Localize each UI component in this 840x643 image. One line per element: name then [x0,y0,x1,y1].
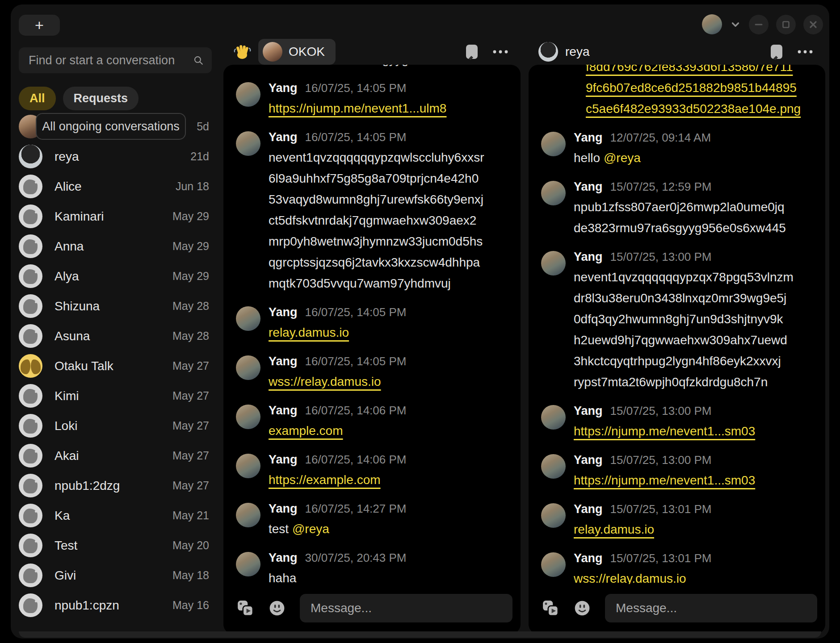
conversation-row[interactable]: Otaku Talk May 27 [19,351,215,381]
conversation-date: May 29 [172,240,215,253]
conversation-avatar [19,264,42,288]
message-author-avatar[interactable] [236,503,260,527]
conversation-avatar [19,175,42,198]
new-conversation-button[interactable]: + [19,15,60,36]
conversation-row[interactable]: Alya May 29 [19,261,215,291]
message-author: Yang [269,305,298,319]
message-author-avatar[interactable] [236,306,260,331]
chat-message: Yang 16/07/25, 14:05 PM nevent1qvzqqqqqq… [236,130,511,294]
message-scroll-area[interactable]: de3823rmu97ra6sgyyg956e0s6xw445 Yang 16/… [223,65,521,584]
message-link[interactable]: wss://relay.damus.io [269,375,381,388]
message-author-avatar[interactable] [236,454,260,478]
message-link[interactable]: https://njump.me/nevent1...ulm8 [269,101,446,115]
conversation-row[interactable]: reya 21d [19,142,215,171]
conversation-row[interactable]: Loki May 27 [19,411,215,441]
message-author-avatar[interactable] [236,355,260,380]
chat-message: Yang 16/07/25, 14:05 PM wss://relay.damu… [236,355,511,392]
conversation-row[interactable]: Kaminari May 29 [19,201,215,231]
conversation-row[interactable]: Akai May 27 [19,441,215,471]
message-link[interactable]: f8dd769c762fe83393d6f13586/7e711 9fc6b07… [586,65,801,116]
message-input[interactable] [300,594,512,622]
message-author: Yang [574,250,603,264]
message-author-avatar[interactable] [541,132,566,156]
message-author-avatar[interactable] [541,552,566,577]
message-author-avatar[interactable] [236,82,260,107]
conversation-avatar [19,504,42,527]
conversation-list[interactable]: 5d reya 21d Alice Jun 18 Kaminari May 29… [19,112,215,620]
emoji-button[interactable] [574,600,591,617]
message-author: Yang [269,551,298,565]
conversation-row[interactable]: Test May 20 [19,530,215,560]
message-author-avatar[interactable] [541,251,566,276]
message-author-avatar[interactable] [541,181,566,205]
message-link[interactable]: example.com [269,424,343,438]
current-user-avatar[interactable] [702,14,722,34]
conversation-row[interactable]: Alice Jun 18 [19,171,215,201]
notes-button[interactable] [768,42,785,62]
chevron-down-icon[interactable] [730,19,741,30]
conversation-name: Kimi [55,389,172,403]
message-link[interactable]: wss://relay.damus.io [574,572,686,584]
message-content: haha [269,568,511,584]
search-input[interactable] [19,54,193,67]
message-link[interactable]: https://njump.me/nevent1...sm03 [574,473,755,487]
conversation-name: Givi [55,568,172,583]
maximize-icon [781,20,791,29]
mention-link[interactable]: @reya [292,522,329,536]
app-window: + All Requests [11,4,829,639]
conversation-avatar [19,354,42,378]
chat-message: Yang 15/07/25, 13:00 PM https://njump.me… [541,453,815,491]
tab-requests[interactable]: Requests [63,87,139,110]
conversation-avatar [19,414,42,438]
conversation-row[interactable]: Shizuna May 28 [19,291,215,321]
notes-button[interactable] [463,42,480,62]
minimize-button[interactable] [749,15,769,34]
more-options-button[interactable] [795,47,815,56]
message-text: nevent1qvzqqqqqqypzqx78pgq53vlnzm dr8l3u… [574,270,794,389]
composer [542,594,817,622]
message-link[interactable]: https://example.com [269,473,381,487]
message-author-avatar[interactable] [236,405,260,429]
conversation-row[interactable]: npub1:cpzn May 16 [19,590,215,620]
message-author: Yang [269,404,298,418]
message-link[interactable]: https://njump.me/nevent1...sm03 [574,424,755,438]
chat-header-reya: reya [529,39,825,65]
conversation-date: May 18 [172,569,215,582]
note-pad-icon [770,44,783,60]
emoji-button[interactable] [269,600,286,617]
message-author-avatar[interactable] [236,552,260,576]
conversation-row[interactable]: npub1:2dzg May 27 [19,471,215,501]
attach-media-button[interactable] [237,600,254,617]
message-author-avatar[interactable] [541,454,566,479]
message-content: example.com [269,420,511,441]
tab-all[interactable]: All [19,87,56,110]
message-author-avatar[interactable] [541,503,566,528]
chat-title-pill-okok[interactable]: OKOK [258,39,336,65]
message-link[interactable]: relay.damus.io [574,522,654,536]
tooltip-all-ongoing-conversations: All ongoing conversations [36,113,186,140]
attach-media-icon [542,600,559,617]
message-author-avatar[interactable] [236,131,260,156]
message-link[interactable]: relay.damus.io [269,326,349,339]
message-timestamp: 15/07/25, 13:01 PM [610,502,712,516]
conversation-row[interactable]: Givi May 18 [19,560,215,590]
conversation-row[interactable]: Anna May 29 [19,231,215,261]
attach-media-button[interactable] [542,600,559,617]
message-input[interactable] [605,594,817,622]
more-options-button[interactable] [490,47,511,56]
message-content: https://njump.me/nevent1...sm03 [574,470,815,491]
close-button[interactable] [803,15,823,34]
close-icon [808,20,818,29]
conversation-row[interactable]: Ka May 21 [19,501,215,530]
maximize-button[interactable] [776,15,796,34]
message-scroll-area[interactable]: f8dd769c762fe83393d6f13586/7e711 9fc6b07… [529,65,825,584]
conversation-avatar [19,593,42,617]
conversation-date: May 27 [172,359,215,372]
chat-avatar-reya[interactable] [538,42,558,62]
window-bottom-edge [19,631,821,638]
message-author-avatar[interactable] [541,405,566,430]
mention-link[interactable]: @reya [604,151,641,165]
message-text: nevent1qvzqqqqqqypzqwlsccluhy6xxsr 6l9a9… [269,150,484,290]
conversation-row[interactable]: Asuna May 28 [19,321,215,351]
conversation-row[interactable]: Kimi May 27 [19,381,215,411]
